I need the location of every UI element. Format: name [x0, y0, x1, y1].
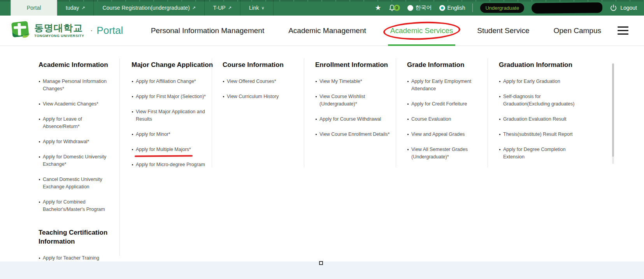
menu-item[interactable]: Apply for Micro-degree Program [132, 161, 215, 168]
hamburger-menu-icon[interactable] [618, 26, 628, 35]
topbar-right-cluster: ★ 0 한국어 English Undergraduate [375, 0, 637, 16]
section-title: Course Information [223, 60, 300, 69]
tab-course-registration[interactable]: Course Registration(undergraduate) ↗ [94, 0, 204, 16]
site-header: 동명대학교 TONGMYONG UNIVERSITY · Portal Pers… [0, 16, 644, 46]
external-link-icon: ↗ [228, 5, 232, 11]
menu-item[interactable]: View Curriculum History [223, 93, 300, 100]
divider [472, 4, 473, 12]
external-link-icon: ↗ [81, 5, 85, 11]
menu-item[interactable]: Apply for Withdrawal* [39, 138, 111, 146]
tab-link-label: Link [249, 5, 259, 11]
menu-item[interactable]: Thesis(substitute) Result Report [499, 131, 602, 138]
menu-item[interactable]: Apply for Combined Bachelor's/Master's P… [39, 198, 111, 213]
power-icon [610, 4, 617, 12]
menu-item[interactable]: View First Major Application and Results [132, 108, 215, 123]
role-badge: Undergraduate [480, 3, 524, 13]
tab-tuday[interactable]: tuday ↗ [57, 0, 94, 16]
section-title: Graduation Information [499, 60, 602, 69]
nav-personal-information-management[interactable]: Personal Information Management [151, 16, 265, 46]
menu-item-list: Apply for Early Graduation Self-diagnosi… [499, 78, 602, 161]
notification-count-badge: 0 [394, 5, 400, 11]
column-divider [304, 58, 304, 167]
university-name-english: TONGMYONG UNIVERSITY [34, 34, 84, 38]
tab-portal-label: Portal [27, 5, 41, 11]
notifications-button[interactable]: 0 [389, 4, 400, 11]
menu-item[interactable]: Apply for Domestic University Exchange* [39, 153, 111, 168]
menu-column-enrollment-information: Enrollment Information View My Timetable… [315, 60, 393, 146]
favorites-star-icon[interactable]: ★ [375, 4, 381, 11]
menu-item[interactable]: View Academic Changes* [39, 100, 111, 108]
section-title: Major Change Application [132, 60, 215, 69]
university-logo[interactable]: 동명대학교 TONGMYONG UNIVERSITY · Portal [9, 20, 123, 41]
language-radio-selected-icon [439, 5, 445, 11]
menu-item[interactable]: View Course Wishlist (Undergraduate)* [315, 93, 393, 108]
top-tab-strip: Portal tuday ↗ Course Registration(under… [11, 0, 274, 16]
menu-item[interactable]: View Offered Courses* [223, 78, 300, 85]
red-underline-annotation: Apply for Multiple Majors* [136, 146, 191, 153]
tab-link-dropdown[interactable]: Link ∨ [240, 0, 274, 16]
menu-item[interactable]: View Course Enrollment Details* [315, 131, 393, 138]
menu-item-apply-multiple-majors[interactable]: Apply for Multiple Majors* [132, 146, 215, 153]
redacted-user-name [532, 2, 602, 14]
section-title: Enrollment Information [315, 60, 393, 69]
university-name-korean: 동명대학교 [34, 23, 84, 33]
menu-item-list: View Offered Courses* View Curriculum Hi… [223, 78, 300, 100]
nav-open-campus[interactable]: Open Campus [553, 16, 601, 46]
menu-item[interactable]: Apply for Early Graduation [499, 78, 602, 85]
tab-tup[interactable]: T-UP ↗ [205, 0, 240, 16]
tongmyong-logo-icon [9, 20, 31, 41]
menu-item[interactable]: Apply for Leave of Absence/Return* [39, 116, 111, 130]
menu-item[interactable]: Apply for Credit Forfeiture [407, 100, 483, 108]
portal-suffix: Portal [97, 25, 123, 37]
menu-item[interactable]: Course Evaluation [407, 116, 483, 123]
menu-item[interactable]: View and Appeal Grades [407, 131, 483, 138]
menu-item[interactable]: Apply for Minor* [132, 131, 215, 138]
language-korean-label: 한국어 [416, 4, 432, 11]
menu-item-list: Manage Personal Information Changes* Vie… [39, 78, 111, 213]
menu-item-list: Apply for Affiliation Change* Apply for … [132, 78, 215, 168]
language-korean-option[interactable]: 한국어 [407, 4, 432, 11]
nav-student-service[interactable]: Student Service [477, 16, 529, 46]
menu-item-list: View My Timetable* View Course Wishlist … [315, 78, 393, 138]
logo-text: 동명대학교 TONGMYONG UNIVERSITY [34, 23, 84, 38]
section-title: Teaching Certification Information [39, 228, 111, 246]
logout-button[interactable]: Logout [610, 4, 637, 12]
nav-academic-management[interactable]: Academic Management [288, 16, 366, 46]
menu-item[interactable]: View My Timetable* [315, 78, 393, 85]
tab-portal[interactable]: Portal [11, 0, 57, 16]
menu-item[interactable]: Apply for Course Withdrawal [315, 116, 393, 123]
menu-item[interactable]: Apply for Degree Completion Extension [499, 146, 602, 161]
menu-item[interactable]: View All Semester Grades (Undergraduate)… [407, 146, 483, 161]
academic-services-mega-menu: Academic Information Manage Personal Inf… [0, 46, 644, 261]
menu-column-major-change-application: Major Change Application Apply for Affil… [132, 60, 215, 176]
menu-item-list: Apply for Early Employment Attendance Ap… [407, 78, 483, 161]
menu-item[interactable]: Apply for Affiliation Change* [132, 78, 215, 85]
menu-item[interactable]: Self-diagnosis for Graduation(Excluding … [499, 93, 602, 108]
menu-item[interactable]: Manage Personal Information Changes* [39, 78, 111, 93]
menu-item[interactable]: Apply for First Major (Selection)* [132, 93, 215, 100]
portal-page: Portal tuday ↗ Course Registration(under… [0, 0, 644, 279]
column-divider [396, 58, 396, 167]
menu-item[interactable]: Cancel Domestic University Exchange Appl… [39, 176, 111, 191]
language-english-option[interactable]: English [439, 5, 465, 11]
menu-column-graduation-information: Graduation Information Apply for Early G… [499, 60, 602, 168]
menu-scrollbar-thumb[interactable] [612, 63, 614, 157]
section-title: Academic Information [39, 60, 111, 69]
tab-tuday-label: tuday [66, 5, 79, 11]
menu-item[interactable]: Graduation Evaluation Result [499, 116, 602, 123]
menu-item[interactable]: Apply for Early Employment Attendance [407, 78, 483, 93]
chevron-down-icon: ∨ [261, 5, 265, 11]
menu-column-academic-information: Academic Information Manage Personal Inf… [39, 60, 111, 279]
portal-wordmark: · Portal [90, 25, 123, 37]
tab-course-registration-label: Course Registration(undergraduate) [102, 5, 190, 11]
logo-separator-dot: · [90, 26, 93, 35]
language-radio-icon [407, 5, 413, 11]
logout-label: Logout [620, 5, 637, 11]
column-divider [119, 58, 120, 256]
tab-tup-label: T-UP [213, 5, 226, 11]
nav-academic-services[interactable]: Academic Services [390, 16, 453, 46]
menu-column-grade-information: Grade Information Apply for Early Employ… [407, 60, 483, 168]
external-link-icon: ↗ [192, 5, 196, 11]
language-english-label: English [447, 5, 465, 11]
column-divider [488, 58, 488, 167]
